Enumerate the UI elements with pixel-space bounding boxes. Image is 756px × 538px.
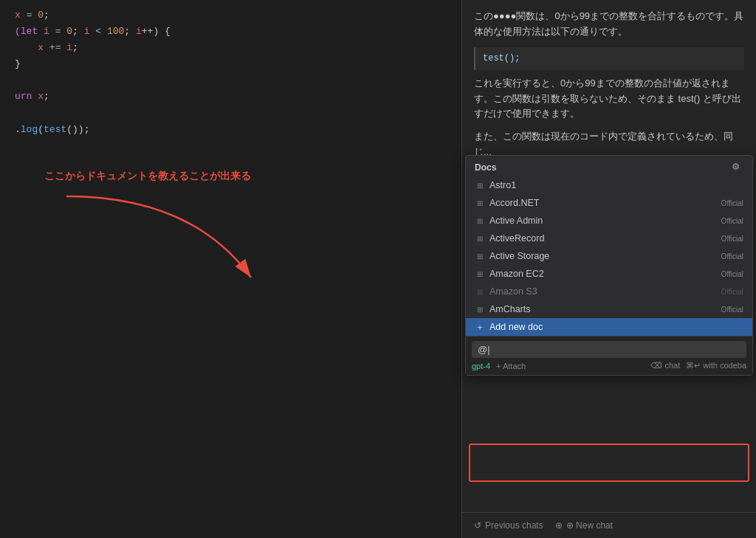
code-editor: x = 0; (let i = 0; i < 100; i++) { x += …: [0, 0, 461, 145]
at-symbol: @|: [478, 344, 490, 355]
grid-icon: ⊞: [475, 304, 485, 314]
attach-label: + Attach: [496, 362, 526, 370]
chat-description-1: この●●●●関数は、0から99までの整数を合計するものです。具体的な使用方法は以…: [474, 9, 744, 40]
model-tag[interactable]: gpt-4: [472, 362, 490, 370]
new-chat-label: ⊕ New chat: [566, 520, 613, 531]
item-badge: Official: [721, 270, 743, 278]
item-label: Add new doc: [489, 322, 743, 332]
docs-item-astro1[interactable]: ⊞ Astro1: [466, 176, 752, 194]
attach-tag[interactable]: + Attach: [496, 362, 526, 370]
docs-dropdown-header: Docs ⚙: [466, 156, 752, 176]
code-line: [15, 106, 447, 122]
new-chat-button[interactable]: ⊕ ⊕ New chat: [555, 520, 613, 531]
docs-label: Docs: [475, 162, 496, 173]
annotation-arrow: [44, 189, 295, 300]
chat-description-2: これを実行すると、0から99までの整数の合計値が返されます。この関数は引数を取ら…: [474, 76, 744, 122]
item-label: ActiveRecord: [489, 233, 714, 244]
annotation-text: ここからドキュメントを教えることが出来る: [44, 170, 295, 183]
item-label: Accord.NET: [489, 198, 714, 208]
docs-item-add-new-doc[interactable]: + Add new doc: [466, 318, 752, 336]
previous-chats-icon: ↺: [474, 520, 481, 531]
docs-item-accord[interactable]: ⊞ Accord.NET Official: [466, 194, 752, 212]
code-line: .log(test());: [15, 122, 447, 138]
previous-chats-label: Previous chats: [485, 520, 543, 531]
new-chat-icon: ⊕: [555, 520, 563, 531]
code-line: [15, 72, 447, 89]
item-label: AmCharts: [489, 304, 714, 314]
model-label: gpt-4: [472, 362, 490, 370]
docs-item-amazon-s3[interactable]: ⊞ Amazon S3 Official: [466, 283, 752, 300]
code-panel: x = 0; (let i = 0; i < 100; i++) { x += …: [0, 0, 461, 538]
input-row: @|: [472, 341, 746, 358]
code-example: test();: [474, 47, 744, 70]
item-label: Amazon EC2: [489, 269, 714, 279]
grid-icon: ⊞: [475, 198, 485, 208]
item-label: Active Storage: [489, 251, 714, 261]
docs-item-active-admin[interactable]: ⊞ Active Admin Official: [466, 212, 752, 230]
grid-icon: ⊞: [475, 269, 485, 279]
code-line: (let i = 0; i < 100; i++) {: [15, 24, 447, 40]
code-line: x += i;: [15, 40, 447, 56]
chat-input-area: @| gpt-4 + Attach ⌫ chat ⌘↵ with codeba: [466, 336, 752, 375]
grid-icon: ⊞: [475, 215, 485, 226]
item-badge: Official: [721, 235, 743, 243]
code-line: urn x;: [15, 89, 447, 105]
docs-item-amcharts[interactable]: ⊞ AmCharts Official: [466, 300, 752, 318]
code-line: }: [15, 56, 447, 72]
item-badge: Official: [721, 288, 743, 296]
grid-icon: ⊞: [475, 286, 485, 297]
docs-item-active-storage[interactable]: ⊞ Active Storage Official: [466, 247, 752, 265]
item-label: Active Admin: [489, 215, 714, 226]
item-label: Astro1: [489, 180, 743, 190]
plus-icon: +: [475, 322, 485, 332]
codeba-shortcut: ⌘↵ with codeba: [686, 361, 746, 370]
docs-item-activerecord[interactable]: ⊞ ActiveRecord Official: [466, 230, 752, 247]
item-label: Amazon S3: [489, 286, 714, 297]
chat-footer: ↺ Previous chats ⊕ ⊕ New chat: [462, 512, 756, 538]
item-badge: Official: [721, 199, 743, 207]
gear-icon[interactable]: ⚙: [732, 162, 743, 173]
item-badge: Official: [721, 217, 743, 225]
item-badge: Official: [721, 306, 743, 314]
grid-icon: ⊞: [475, 251, 485, 261]
previous-chats-button[interactable]: ↺ Previous chats: [474, 520, 543, 531]
grid-icon: ⊞: [475, 180, 485, 190]
chat-panel: この●●●●関数は、0から99までの整数を合計するものです。具体的な使用方法は以…: [461, 0, 756, 538]
chat-shortcut: ⌫ chat: [650, 361, 680, 370]
docs-dropdown: Docs ⚙ ⊞ Astro1 ⊞ Accord.NET Official ⊞ …: [465, 155, 753, 376]
docs-item-amazon-ec2[interactable]: ⊞ Amazon EC2 Official: [466, 265, 752, 283]
item-badge: Official: [721, 252, 743, 261]
code-line: x = 0;: [15, 7, 447, 24]
grid-icon: ⊞: [475, 233, 485, 244]
input-meta: gpt-4 + Attach ⌫ chat ⌘↵ with codeba: [472, 361, 746, 370]
annotation-container: ここからドキュメントを教えることが出来る: [44, 170, 295, 303]
